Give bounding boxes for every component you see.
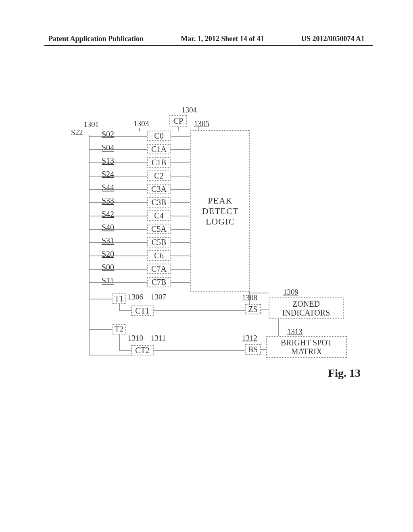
cmp-0: C0 xyxy=(147,131,171,141)
peak-l2: DETECT xyxy=(202,206,238,216)
box-ct2: CT2 xyxy=(131,345,154,355)
cmp-3: C2 xyxy=(147,170,171,181)
cmp-5: C3B xyxy=(147,197,171,208)
sig-1: S04 xyxy=(102,143,114,152)
box-zs: ZS xyxy=(245,304,261,314)
cmp-1: C1A xyxy=(147,144,171,154)
sig-6: S42 xyxy=(102,210,114,219)
label-s22: S22 xyxy=(71,128,83,137)
sig-5: S33 xyxy=(102,196,114,206)
block-diagram: 1301 S22 1303 CP 1304 1305 S02 C0 S04 C1… xyxy=(69,107,351,365)
peak-detect-logic: PEAK DETECT LOGIC xyxy=(190,130,250,292)
ref-1304: 1304 xyxy=(181,106,197,114)
cmp-2: C1B xyxy=(147,157,171,168)
page-header: Patent Application Publication Mar. 1, 2… xyxy=(0,35,413,43)
cmp-4: C3A xyxy=(147,184,171,194)
sig-4: S44 xyxy=(102,183,114,192)
ref-1306: 1306 xyxy=(128,293,143,301)
cmp-10: C7A xyxy=(147,264,171,274)
cmp-6: C4 xyxy=(147,210,171,221)
ref-1312: 1312 xyxy=(242,334,257,343)
box-cp: CP xyxy=(169,115,187,127)
header-center: Mar. 1, 2012 Sheet 14 of 41 xyxy=(181,35,264,43)
sig-10: S00 xyxy=(102,263,114,272)
sig-8: S31 xyxy=(102,236,114,245)
box-t2: T2 xyxy=(112,324,126,335)
box-ct1: CT1 xyxy=(131,305,154,316)
sig-3: S24 xyxy=(102,170,114,179)
peak-l3: LOGIC xyxy=(206,216,235,227)
sig-11: S11 xyxy=(102,276,114,285)
ref-1311: 1311 xyxy=(151,334,166,343)
ref-1309: 1309 xyxy=(283,288,298,297)
header-rule xyxy=(44,45,373,46)
box-bs: BS xyxy=(245,344,261,355)
ref-1313: 1313 xyxy=(287,327,302,336)
box-zoned-indicators: ZONED INDICATORS xyxy=(269,297,344,319)
ref-1301: 1301 xyxy=(83,120,99,129)
ref-1303: 1303 xyxy=(133,119,149,128)
box-t1: T1 xyxy=(112,293,126,304)
sig-0: S02 xyxy=(102,130,114,139)
ref-1310: 1310 xyxy=(128,334,143,343)
cmp-11: C7B xyxy=(147,277,171,287)
ref-1307: 1307 xyxy=(151,293,166,301)
box-bright-spot-matrix: BRIGHT SPOT MATRIX xyxy=(266,336,347,358)
header-right: US 2012/0050074 A1 xyxy=(301,35,365,43)
sig-7: S40 xyxy=(102,223,114,232)
cmp-8: C5B xyxy=(147,237,171,247)
cmp-7: C5A xyxy=(147,224,171,234)
sig-9: S20 xyxy=(102,249,114,259)
sig-2: S13 xyxy=(102,156,114,166)
peak-l1: PEAK xyxy=(208,195,232,206)
header-left: Patent Application Publication xyxy=(48,35,144,43)
cmp-9: C6 xyxy=(147,250,171,261)
text-cp: CP xyxy=(173,116,183,126)
ref-1305: 1305 xyxy=(194,119,209,128)
figure-caption: Fig. 13 xyxy=(328,367,361,380)
